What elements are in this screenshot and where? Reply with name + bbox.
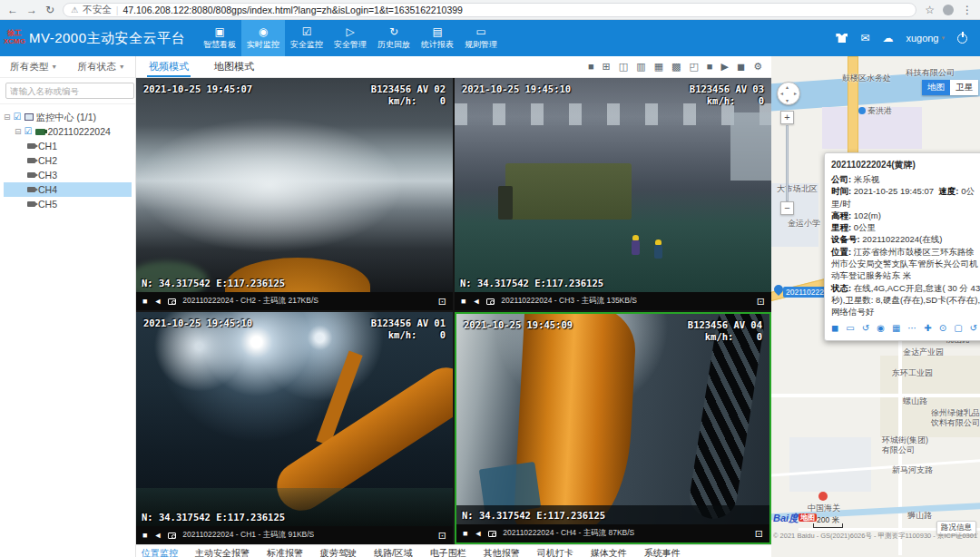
tab-active-safety-alarm[interactable]: 主动安全报警 — [195, 547, 250, 557]
tab-fatigue-driving[interactable]: 疲劳驾驶 — [320, 547, 357, 557]
video-cell-ch1[interactable]: 2021-10-25 19:45:10 B123456 AV 01 km/h: … — [136, 312, 453, 544]
checkbox-icon[interactable]: ☑ — [24, 124, 33, 139]
logout-power-icon[interactable] — [957, 34, 967, 44]
tab-route-region[interactable]: 线路/区域 — [374, 547, 413, 557]
photo-action-icon[interactable]: ◉ — [877, 322, 885, 335]
nav-statistics[interactable]: ▤ 统计报表 — [416, 20, 459, 56]
audio-icon[interactable]: ◄ — [153, 298, 162, 306]
snapshot-icon[interactable] — [168, 298, 176, 305]
nav-rules[interactable]: ▭ 规则管理 — [459, 20, 503, 56]
track-action-icon[interactable]: ⊙ — [939, 322, 946, 335]
zoom-slider[interactable] — [786, 125, 789, 201]
video-cell-ch2[interactable]: 2021-10-25 19:45:07 B123456 AV 02 km/h: … — [136, 78, 453, 310]
window-action-icon[interactable]: ▢ — [954, 322, 962, 335]
video-cell-ch4-selected[interactable]: 2021-10-25 19:45:09 B123456 AV 04 km/h: … — [455, 312, 771, 544]
zoom-out-button[interactable]: − — [780, 201, 794, 215]
stop-icon[interactable]: ■ — [142, 532, 147, 540]
tab-driver-checkin[interactable]: 司机打卡 — [537, 547, 573, 557]
nav-history-playback[interactable]: ↻ 历史回放 — [372, 20, 416, 56]
tab-system-events[interactable]: 系统事件 — [644, 547, 681, 557]
settings-icon[interactable]: ⚙ — [753, 62, 762, 72]
bookmark-star-icon[interactable]: ☆ — [925, 5, 935, 15]
tree-node-ch4-selected[interactable]: CH4 — [4, 182, 132, 197]
osd-timestamp: 2021-10-25 19:45:10 — [462, 83, 571, 94]
tab-map-mode[interactable]: 地图模式 — [201, 56, 267, 77]
audio-icon[interactable]: ◄ — [153, 532, 162, 540]
satellite-view-button[interactable]: 卫星 — [950, 80, 978, 95]
tree-node-ch3[interactable]: CH3 — [4, 168, 132, 182]
tab-position-monitor[interactable]: 位置监控 — [142, 547, 178, 557]
audio-icon[interactable]: ◄ — [474, 530, 482, 538]
zoom-in-button[interactable]: + — [780, 111, 794, 124]
browser-menu-icon[interactable]: ⋮ — [962, 5, 973, 15]
pan-up-icon[interactable]: ▴ — [786, 83, 789, 90]
view-9-icon[interactable]: ▦ — [654, 62, 663, 72]
address-bar[interactable]: ⚠ 不安全 | 47.106.208.122:8080/808gps/index… — [63, 3, 916, 17]
mail-icon[interactable]: ✉ — [860, 33, 869, 44]
checkbox-icon[interactable]: ☑ — [14, 110, 22, 124]
search-input[interactable] — [5, 83, 134, 99]
stop-icon[interactable]: ■ — [463, 530, 467, 538]
stop-icon[interactable]: ■ — [142, 298, 147, 306]
status-filter-dropdown[interactable]: 所有状态 ▼ — [68, 61, 136, 73]
tree-node-center[interactable]: ⊟ ☑ 监控中心 (1/1) — [4, 110, 132, 124]
pan-down-icon[interactable]: ▾ — [786, 97, 789, 103]
tab-geo-fence[interactable]: 电子围栏 — [430, 547, 466, 557]
tab-video-mode[interactable]: 视频模式 — [136, 56, 201, 77]
map-view-button[interactable]: 地图 — [922, 80, 950, 95]
browser-avatar[interactable] — [943, 5, 954, 15]
tree-node-ch2[interactable]: CH2 — [4, 153, 132, 168]
cloud-icon[interactable]: ☁ — [882, 33, 893, 44]
tab-media-files[interactable]: 媒体文件 — [591, 547, 627, 557]
nav-safety-monitor[interactable]: ☑ 安全监控 — [285, 20, 328, 56]
pan-right-icon[interactable]: ▸ — [794, 90, 797, 96]
stop-all-icon[interactable]: ■ — [707, 62, 713, 72]
play-all-icon[interactable]: ▶ — [721, 62, 729, 72]
expand-icon[interactable]: ⊡ — [755, 528, 763, 540]
reload-icon[interactable]: ↻ — [45, 5, 54, 15]
theme-skin-icon[interactable] — [836, 34, 848, 43]
view-4-icon[interactable]: ⊞ — [603, 62, 611, 72]
snapshot-icon[interactable] — [486, 298, 495, 305]
tree-node-vehicle[interactable]: ⊟ ☑ 202110222024 — [4, 124, 132, 139]
view-6-icon[interactable]: ◫ — [619, 62, 628, 72]
video-frame: 2021-10-25 19:45:10 B123456 AV 03 km/h: … — [455, 78, 771, 292]
type-filter-dropdown[interactable]: 所有类型 ▼ — [0, 61, 68, 73]
map-pan-control[interactable]: ▴ ▾ ◂ ▸ — [777, 82, 800, 105]
forward-icon[interactable]: → — [26, 5, 37, 15]
expand-icon[interactable]: ⊡ — [438, 296, 446, 308]
monitor-action-icon[interactable]: ▭ — [846, 322, 854, 335]
more-action-icon[interactable]: ⋯ — [907, 322, 916, 335]
fullscreen-icon[interactable]: ◰ — [689, 62, 698, 72]
pan-left-icon[interactable]: ◂ — [780, 90, 783, 96]
expand-icon[interactable]: ⊡ — [438, 530, 446, 542]
view-8-icon[interactable]: ▥ — [636, 62, 645, 72]
video-frame: 2021-10-25 19:45:09 B123456 AV 04 km/h: … — [456, 314, 769, 524]
tree-node-ch1[interactable]: CH1 — [4, 139, 132, 153]
collapse-icon[interactable]: ⊟ — [4, 110, 11, 124]
playback-action-icon[interactable]: ↺ — [862, 322, 869, 335]
audio-icon[interactable]: ◄ — [472, 298, 480, 306]
tools-action-icon[interactable]: ✚ — [924, 322, 931, 335]
video-cell-ch3[interactable]: 2021-10-25 19:45:10 B123456 AV 03 km/h: … — [455, 78, 771, 310]
view-16-icon[interactable]: ▩ — [671, 62, 681, 72]
tab-standard-alarm[interactable]: 标准报警 — [267, 547, 303, 557]
collapse-icon[interactable]: ⊟ — [15, 124, 22, 139]
snapshot-icon[interactable] — [488, 531, 496, 537]
video-action-icon[interactable]: ◼ — [831, 322, 838, 335]
expand-icon[interactable]: ⊡ — [757, 296, 765, 308]
user-menu[interactable]: xugong ▾ — [906, 33, 945, 44]
back-icon[interactable]: ← — [7, 5, 18, 15]
nav-dashboard[interactable]: ▣ 智慧看板 — [198, 20, 241, 56]
nav-safety-manage[interactable]: ▷ 安全管理 — [328, 20, 372, 56]
text-action-icon[interactable]: ▦ — [892, 322, 900, 335]
close-all-icon[interactable]: ◼ — [737, 62, 745, 72]
tree-node-ch5[interactable]: CH5 — [4, 197, 132, 211]
history-action-icon[interactable]: ↺ — [970, 322, 977, 335]
tab-other-alarm[interactable]: 其他报警 — [484, 547, 520, 557]
stop-icon[interactable]: ■ — [461, 298, 466, 306]
view-1-icon[interactable]: ■ — [588, 62, 594, 72]
snapshot-icon[interactable] — [168, 533, 176, 539]
map-panel[interactable]: 鼓楼区水务处 科技有限公司 秦洪港 大市场北区 金运小学 徐州徐工液压件有限公司… — [771, 56, 980, 557]
nav-realtime-monitor[interactable]: ◉ 实时监控 — [241, 20, 285, 56]
